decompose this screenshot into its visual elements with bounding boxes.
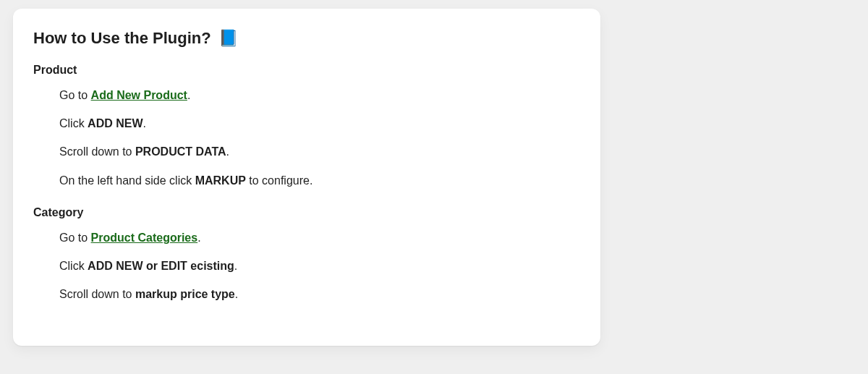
product-categories-link[interactable]: Product Categories: [91, 231, 198, 244]
step-text: Scroll down to: [59, 288, 135, 300]
step-text: .: [235, 288, 238, 300]
step-text: Click: [59, 117, 88, 129]
strong-text: ADD NEW: [88, 117, 142, 129]
step-text: .: [143, 117, 146, 129]
step-text: Go to: [59, 89, 91, 101]
product-heading: Product: [33, 64, 580, 77]
step-text: Click: [59, 260, 88, 272]
instructions-card: How to Use the Plugin? 📘 Product Go to A…: [13, 9, 600, 346]
title-text: How to Use the Plugin?: [33, 29, 211, 47]
list-item: Scroll down to markup price type.: [59, 286, 580, 302]
category-steps: Go to Product Categories. Click ADD NEW …: [33, 229, 580, 303]
list-item: On the left hand side click MARKUP to co…: [59, 172, 580, 189]
list-item: Go to Add New Product.: [59, 87, 580, 103]
step-text: .: [234, 260, 237, 272]
add-new-product-link[interactable]: Add New Product: [91, 89, 187, 101]
page-title: How to Use the Plugin? 📘: [33, 29, 580, 48]
book-icon: 📘: [218, 29, 238, 47]
step-text: On the left hand side click: [59, 174, 195, 187]
strong-text: PRODUCT DATA: [135, 145, 226, 158]
step-text: .: [226, 145, 229, 158]
strong-text: markup price type: [135, 288, 235, 300]
list-item: Click ADD NEW.: [59, 115, 580, 132]
list-item: Go to Product Categories.: [59, 229, 580, 246]
step-text: Scroll down to: [59, 145, 135, 158]
strong-text: MARKUP: [195, 174, 246, 187]
step-text: to configure.: [246, 174, 313, 187]
list-item: Click ADD NEW or EDIT ecisting.: [59, 258, 580, 274]
strong-text: ADD NEW or EDIT ecisting: [88, 260, 234, 272]
step-text: .: [187, 89, 190, 101]
step-text: Go to: [59, 231, 91, 244]
product-steps: Go to Add New Product. Click ADD NEW. Sc…: [33, 87, 580, 189]
list-item: Scroll down to PRODUCT DATA.: [59, 143, 580, 160]
category-section: Category Go to Product Categories. Click…: [33, 206, 580, 303]
step-text: .: [197, 231, 200, 244]
product-section: Product Go to Add New Product. Click ADD…: [33, 64, 580, 189]
category-heading: Category: [33, 206, 580, 219]
